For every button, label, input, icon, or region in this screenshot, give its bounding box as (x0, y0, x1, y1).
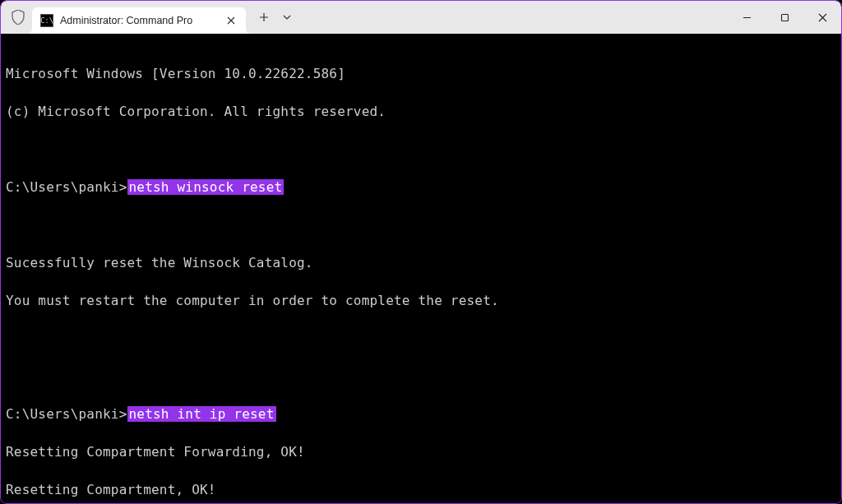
terminal-line (6, 329, 836, 348)
terminal-line (6, 140, 836, 159)
terminal-line (6, 367, 836, 386)
minimize-button[interactable] (728, 1, 766, 34)
titlebar: C:\ Administrator: Command Pro (1, 1, 841, 34)
terminal-content[interactable]: Microsoft Windows [Version 10.0.22622.58… (1, 34, 841, 503)
tab-dropdown-button[interactable] (277, 4, 297, 30)
terminal-line: Microsoft Windows [Version 10.0.22622.58… (6, 64, 836, 83)
shield-icon (11, 10, 25, 25)
close-window-button[interactable] (803, 1, 841, 34)
terminal-line: Sucessfully reset the Winsock Catalog. (6, 253, 836, 272)
highlighted-command: netsh winsock reset (127, 179, 285, 195)
terminal-line: (c) Microsoft Corporation. All rights re… (6, 102, 836, 121)
terminal-prompt: C:\Users\panki>netsh int ip reset (6, 405, 836, 423)
terminal-line: Resetting Compartment, OK! (6, 480, 836, 499)
highlighted-command: netsh int ip reset (127, 406, 276, 422)
tab-active[interactable]: C:\ Administrator: Command Pro (32, 7, 246, 34)
new-tab-button[interactable] (251, 4, 277, 30)
svg-rect-0 (781, 14, 788, 21)
terminal-line (6, 215, 836, 234)
terminal-line: Resetting Compartment Forwarding, OK! (6, 442, 836, 461)
prompt-path: C:\Users\panki> (6, 406, 127, 422)
window-controls (728, 1, 841, 34)
tab-title: Administrator: Command Pro (60, 15, 218, 26)
cmd-icon: C:\ (40, 14, 53, 27)
terminal-prompt: C:\Users\panki>netsh winsock reset (6, 178, 836, 197)
maximize-button[interactable] (766, 1, 803, 34)
terminal-line: You must restart the computer in order t… (6, 291, 836, 310)
close-tab-button[interactable] (224, 14, 238, 27)
prompt-path: C:\Users\panki> (6, 179, 127, 195)
